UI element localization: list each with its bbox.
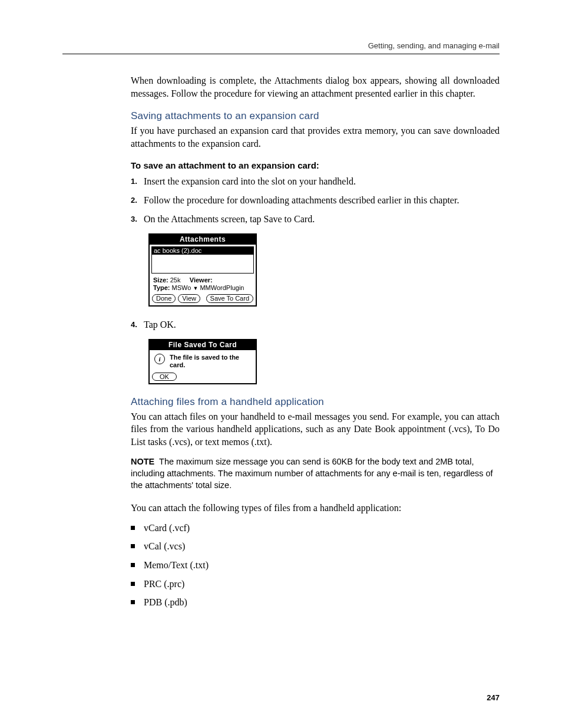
- header-rule: [62, 54, 500, 54]
- step-number: 4.: [131, 318, 144, 330]
- save-to-card-button[interactable]: Save To Card: [206, 294, 253, 303]
- page-number: 247: [487, 693, 500, 702]
- section2-body2: You can attach the following types of fi…: [131, 502, 500, 515]
- list-item: vCard (.vcf): [131, 522, 500, 535]
- task-title: To save an attachment to an expansion ca…: [131, 160, 500, 170]
- dialog-message: The file is saved to the card.: [170, 354, 251, 369]
- dialog-title: File Saved To Card: [150, 340, 256, 350]
- file-saved-dialog: File Saved To Card i The file is saved t…: [148, 339, 257, 384]
- dialog-file-item[interactable]: ac books (2).doc: [152, 247, 253, 255]
- dialog-info: Size: 25k Viewer: Type: MSWo ▼ MMWordPlu…: [150, 275, 256, 292]
- step-text: On the Attachments screen, tap Save to C…: [144, 213, 500, 226]
- type-dropdown-value: MMWordPlugin: [200, 284, 244, 291]
- size-label: Size:: [153, 276, 168, 284]
- note-body: The maximum size message you can send is…: [131, 457, 493, 489]
- step-text: Tap OK.: [144, 318, 500, 331]
- section-attaching-files: Attaching files from a handheld applicat…: [131, 396, 500, 408]
- step-text: Insert the expansion card into the slot …: [144, 175, 500, 188]
- step-2: 2. Follow the procedure for downloading …: [131, 194, 500, 207]
- step-number: 1.: [131, 175, 144, 187]
- section2-body: You can attach files on your handheld to…: [131, 410, 500, 449]
- type-value: MSWo: [172, 284, 191, 291]
- attachments-dialog: Attachments ac books (2).doc Size: 25k V…: [148, 233, 257, 306]
- step-text: Follow the procedure for downloading att…: [144, 194, 500, 207]
- view-button[interactable]: View: [178, 294, 200, 303]
- running-header: Getting, sending, and managing e-mail: [62, 41, 500, 50]
- dropdown-icon[interactable]: ▼: [193, 285, 198, 291]
- section-saving-attachments: Saving attachments to an expansion card: [131, 110, 500, 122]
- step-4: 4. Tap OK.: [131, 318, 500, 331]
- list-item: PDB (.pdb): [131, 596, 500, 609]
- list-item: PRC (.prc): [131, 578, 500, 591]
- size-value: 25k: [170, 276, 181, 284]
- viewer-label: Viewer:: [190, 276, 213, 284]
- dialog-message-row: i The file is saved to the card.: [150, 350, 256, 370]
- list-item: vCal (.vcs): [131, 540, 500, 553]
- step-3: 3. On the Attachments screen, tap Save t…: [131, 213, 500, 226]
- filetype-list: vCard (.vcf) vCal (.vcs) Memo/Text (.txt…: [131, 522, 500, 609]
- type-label: Type:: [153, 284, 170, 291]
- step-number: 3.: [131, 213, 144, 225]
- note: NOTE The maximum size message you can se…: [131, 456, 500, 491]
- note-label: NOTE: [131, 457, 154, 466]
- done-button[interactable]: Done: [152, 294, 176, 303]
- intro-paragraph: When downloading is complete, the Attach…: [131, 74, 500, 100]
- step-1: 1. Insert the expansion card into the sl…: [131, 175, 500, 188]
- dialog-file-list[interactable]: ac books (2).doc: [151, 246, 254, 274]
- list-item: Memo/Text (.txt): [131, 559, 500, 572]
- step-number: 2.: [131, 194, 144, 206]
- dialog-title: Attachments: [150, 235, 256, 245]
- ok-button[interactable]: OK: [152, 373, 177, 381]
- section1-body: If you have purchased an expansion card …: [131, 124, 500, 150]
- info-icon: i: [154, 354, 165, 364]
